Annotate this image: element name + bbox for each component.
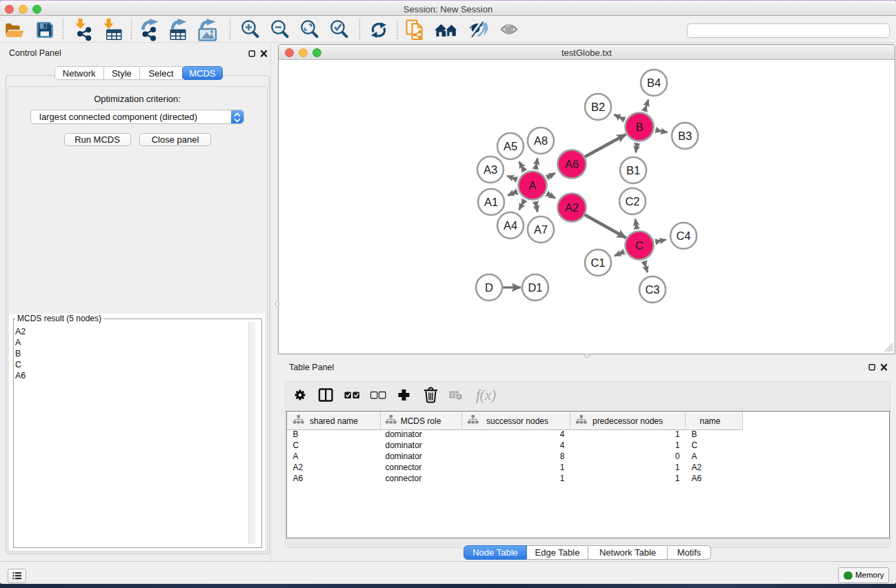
svg-text:f(x): f(x)	[476, 387, 496, 403]
svg-text:A7: A7	[534, 223, 548, 236]
svg-text:C1: C1	[590, 256, 605, 269]
svg-text:D: D	[485, 281, 493, 294]
svg-text:B: B	[635, 121, 643, 133]
svg-text:C: C	[635, 239, 644, 252]
svg-text:B4: B4	[647, 77, 661, 89]
svg-text:B1: B1	[626, 164, 640, 176]
svg-text:A: A	[528, 179, 536, 192]
svg-text:A2: A2	[565, 201, 579, 214]
svg-text:A5: A5	[504, 140, 517, 152]
svg-text:A3: A3	[484, 163, 497, 176]
svg-text:B3: B3	[678, 130, 692, 142]
svg-text:A1: A1	[484, 196, 498, 208]
svg-text:B2: B2	[591, 101, 605, 113]
svg-text:C2: C2	[625, 195, 639, 207]
svg-text:C4: C4	[676, 230, 690, 242]
svg-text:D1: D1	[528, 281, 542, 294]
svg-text:A8: A8	[534, 134, 548, 147]
svg-text:A4: A4	[504, 219, 517, 232]
svg-text:C3: C3	[645, 283, 659, 296]
svg-text:A6: A6	[565, 158, 579, 170]
